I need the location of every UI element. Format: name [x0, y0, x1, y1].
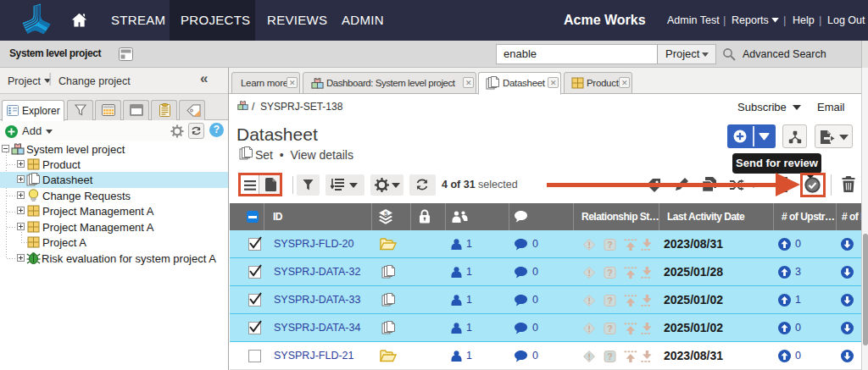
svg-text:?: ? — [607, 240, 612, 250]
svg-text:?: ? — [607, 323, 612, 334]
svg-text:?: ? — [607, 268, 612, 278]
svg-text:?: ? — [607, 295, 612, 306]
svg-text:?: ? — [607, 351, 612, 362]
